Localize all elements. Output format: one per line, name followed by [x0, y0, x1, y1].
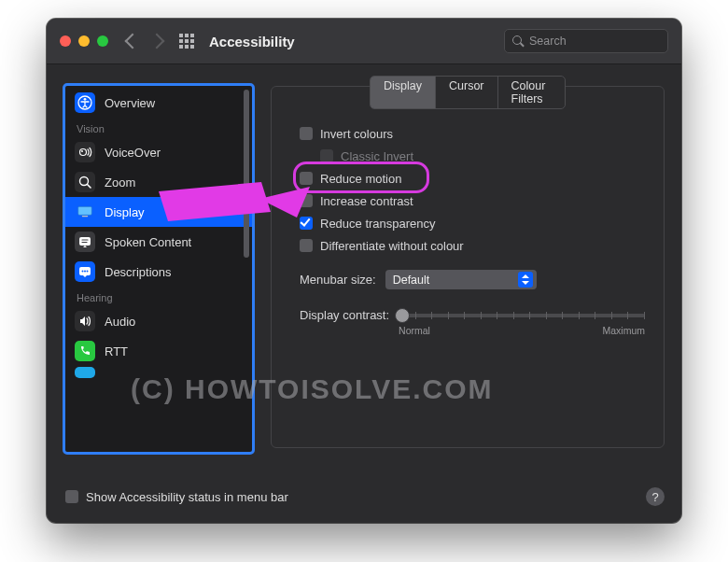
- checkbox-icon: [300, 217, 313, 230]
- window-title: Accessibility: [209, 34, 295, 49]
- sidebar-item-audio[interactable]: Audio: [65, 306, 252, 336]
- descriptions-icon: [75, 261, 95, 282]
- option-increase-contrast[interactable]: Increase contrast: [300, 190, 645, 212]
- chevron-updown-icon: [518, 272, 533, 288]
- option-invert-colours[interactable]: Invert colours: [300, 122, 645, 145]
- sidebar-item-rtt[interactable]: RTT: [65, 336, 252, 366]
- option-label: Invert colours: [320, 127, 393, 141]
- option-label: Increase contrast: [320, 194, 413, 208]
- option-label: Reduce motion: [320, 172, 401, 186]
- back-button[interactable]: [125, 34, 141, 49]
- slider-knob[interactable]: [395, 308, 410, 323]
- tab-cursor[interactable]: Cursor: [436, 77, 498, 108]
- sidebar-item-descriptions[interactable]: Descriptions: [65, 257, 252, 287]
- settings-panel: Display Cursor Colour Filters Invert col…: [271, 86, 665, 448]
- sidebar-item-label: Spoken Content: [105, 235, 191, 249]
- sidebar-scrollbar[interactable]: [244, 90, 249, 258]
- titlebar: Accessibility Search: [47, 19, 681, 64]
- nav-buttons: [127, 35, 162, 47]
- sidebar-item-voiceover[interactable]: VoiceOver: [65, 137, 252, 167]
- help-button[interactable]: ?: [646, 487, 665, 506]
- accessibility-icon: [75, 92, 95, 113]
- svg-rect-5: [78, 206, 91, 215]
- category-sidebar: Overview Vision VoiceOver Zoom Display: [65, 86, 252, 452]
- svg-rect-6: [82, 216, 88, 217]
- display-contrast-label: Display contrast:: [300, 306, 389, 322]
- sidebar-section-vision: Vision: [65, 118, 252, 137]
- option-reduce-transparency[interactable]: Reduce transparency: [300, 212, 645, 234]
- sidebar-item-overview[interactable]: Overview: [65, 88, 252, 118]
- sidebar-item-spoken-content[interactable]: Spoken Content: [65, 227, 252, 257]
- forward-button[interactable]: [149, 34, 165, 49]
- svg-point-10: [84, 271, 86, 273]
- sidebar-item-label: Display: [105, 205, 145, 219]
- sidebar-section-hearing: Hearing: [65, 287, 252, 306]
- system-prefs-window: Accessibility Search Overview Vision Voi…: [47, 19, 681, 523]
- search-placeholder: Search: [529, 35, 567, 48]
- display-icon: [75, 202, 95, 222]
- svg-point-11: [87, 271, 89, 273]
- option-label: Reduce transparency: [320, 217, 436, 231]
- tab-colour-filters[interactable]: Colour Filters: [498, 77, 565, 108]
- sidebar-item-display[interactable]: Display: [65, 197, 252, 227]
- window-controls: [60, 35, 108, 47]
- show-status-checkbox[interactable]: Show Accessibility status in menu bar: [86, 490, 288, 504]
- display-contrast-slider[interactable]: Normal Maximum: [399, 306, 645, 334]
- voiceover-icon: [75, 142, 95, 162]
- slider-max-label: Maximum: [602, 325, 645, 336]
- sidebar-item-label: RTT: [105, 344, 128, 358]
- sidebar-item-label: Descriptions: [105, 265, 172, 279]
- rtt-icon: [75, 341, 95, 361]
- sidebar-item-label: VoiceOver: [105, 146, 161, 160]
- menubar-size-select[interactable]: Default: [385, 270, 537, 289]
- checkbox-icon: [320, 149, 333, 162]
- slider-min-label: Normal: [399, 325, 430, 336]
- svg-point-3: [81, 150, 83, 152]
- sidebar-item-label: Audio: [105, 315, 135, 329]
- spoken-content-icon: [75, 232, 95, 252]
- partial-icon: [75, 367, 95, 378]
- fullscreen-window-button[interactable]: [97, 35, 108, 47]
- tab-display[interactable]: Display: [371, 77, 436, 108]
- menubar-size-label: Menubar size:: [300, 273, 376, 287]
- search-input[interactable]: Search: [504, 29, 668, 53]
- svg-point-9: [82, 271, 84, 273]
- checkbox-icon: [65, 490, 78, 503]
- checkbox-icon: [300, 172, 313, 185]
- checkbox-icon: [300, 194, 313, 207]
- svg-point-2: [80, 149, 87, 156]
- tab-segmented-control: Display Cursor Colour Filters: [370, 76, 566, 109]
- checkbox-icon: [300, 127, 313, 140]
- search-icon: [512, 35, 524, 47]
- slider-ticks: [399, 312, 645, 319]
- footer: Show Accessibility status in menu bar ?: [65, 487, 665, 506]
- option-differentiate-without-colour[interactable]: Differentiate without colour: [300, 234, 645, 257]
- option-classic-invert: Classic Invert: [300, 145, 645, 167]
- sidebar-item-label: Overview: [105, 96, 155, 110]
- close-window-button[interactable]: [60, 35, 71, 47]
- sidebar-item-zoom[interactable]: Zoom: [65, 167, 252, 197]
- zoom-icon: [75, 172, 95, 192]
- option-reduce-motion[interactable]: Reduce motion: [300, 167, 645, 190]
- audio-icon: [75, 311, 95, 331]
- show-all-button[interactable]: [179, 34, 194, 49]
- minimize-window-button[interactable]: [78, 35, 90, 47]
- svg-point-1: [84, 98, 87, 101]
- sidebar-item-partial[interactable]: [65, 366, 252, 379]
- option-label: Differentiate without colour: [320, 239, 464, 253]
- checkbox-icon: [300, 239, 313, 252]
- sidebar-item-label: Zoom: [105, 176, 135, 190]
- select-value: Default: [393, 274, 430, 287]
- option-label: Classic Invert: [341, 149, 413, 163]
- svg-rect-7: [79, 237, 91, 246]
